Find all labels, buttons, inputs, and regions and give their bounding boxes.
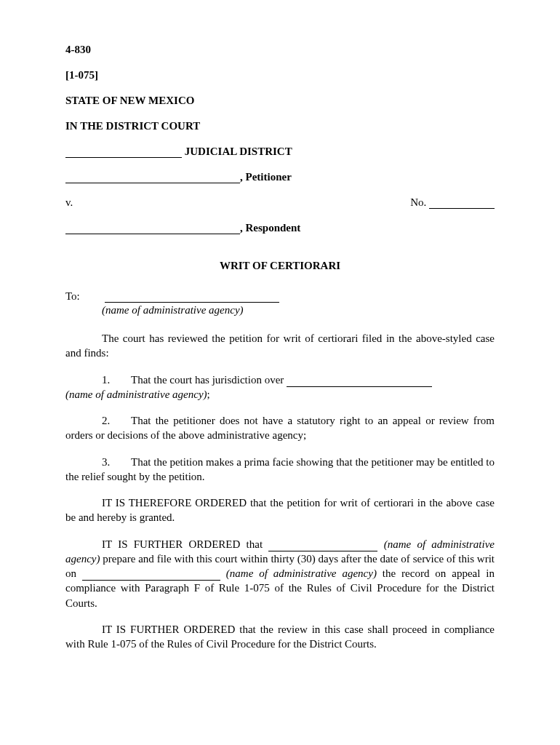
order-2-blank-1[interactable]	[268, 551, 377, 551]
order-2-text-a: IT IS FURTHER ORDERED that	[102, 538, 268, 550]
state-name: STATE OF NEW MEXICO	[65, 95, 495, 107]
no-label: No.	[410, 196, 426, 208]
order-2: IT IS FURTHER ORDERED that (name of admi…	[65, 537, 495, 610]
finding-3: 3.That the petition makes a prima facie …	[65, 455, 495, 485]
order-2-hint-2: (name of administrative agency)	[220, 567, 377, 579]
versus-label: v.	[65, 196, 73, 209]
to-hint: (name of administrative agency)	[102, 304, 495, 316]
order-2-blank-2[interactable]	[82, 580, 220, 581]
finding-1-text: That the court has jurisdiction over	[131, 374, 287, 386]
to-blank[interactable]	[105, 302, 279, 303]
case-number-blank[interactable]	[429, 208, 495, 209]
petitioner-blank[interactable]	[65, 183, 240, 183]
finding-1-blank[interactable]	[287, 386, 432, 387]
finding-3-number: 3.	[102, 455, 131, 469]
district-suffix: JUDICIAL DISTRICT	[182, 146, 292, 157]
judicial-district-line: JUDICIAL DISTRICT	[65, 146, 495, 158]
order-3: IT IS FURTHER ORDERED that the review in…	[65, 622, 495, 652]
to-label: To:	[65, 290, 102, 303]
petitioner-suffix: , Petitioner	[240, 171, 292, 183]
respondent-suffix: , Respondent	[240, 222, 300, 234]
court-name: IN THE DISTRICT COURT	[65, 120, 495, 132]
district-blank[interactable]	[65, 157, 182, 158]
rule-reference: [1-075]	[65, 69, 495, 81]
versus-row: v. No.	[65, 196, 495, 209]
document-title: WRIT OF CERTIORARI	[65, 260, 495, 272]
petitioner-line: , Petitioner	[65, 171, 495, 183]
to-row: To:	[65, 290, 495, 303]
finding-2: 2.That the petitioner does not have a st…	[65, 413, 495, 443]
respondent-line: , Respondent	[65, 222, 495, 234]
finding-1-number: 1.	[102, 372, 131, 387]
form-number: 4-830	[65, 44, 495, 56]
respondent-blank[interactable]	[65, 234, 240, 234]
intro-paragraph: The court has reviewed the petition for …	[65, 331, 495, 361]
order-1: IT IS THEREFORE ORDERED that the petitio…	[65, 495, 495, 525]
finding-1: 1.That the court has jurisdiction over (…	[65, 372, 495, 402]
case-number: No.	[410, 196, 495, 209]
finding-1-hint: (name of administrative agency)	[65, 389, 207, 400]
finding-1-semicolon: ;	[207, 389, 210, 400]
finding-2-number: 2.	[102, 413, 131, 428]
